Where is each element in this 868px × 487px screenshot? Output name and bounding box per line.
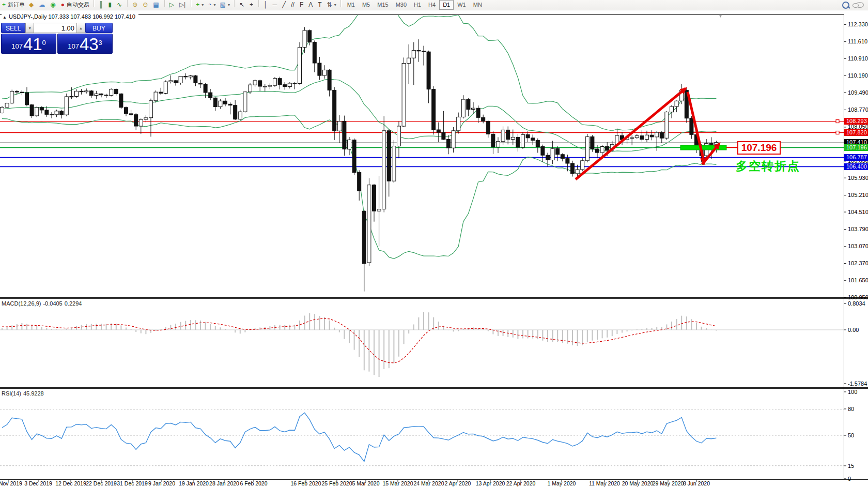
trend-arrow-1[interactable]	[576, 88, 686, 179]
collapse-icon[interactable]: ▲	[3, 15, 7, 20]
periods-button-dropdown[interactable]: ▾	[214, 3, 216, 7]
volume-input[interactable]	[34, 23, 76, 33]
support-highlight-bar[interactable]	[680, 145, 726, 150]
macd-scale-label: 0.8034	[848, 300, 865, 307]
quotes-icon-glyph: ◆	[29, 0, 34, 10]
crosshair-glyph: +	[250, 0, 253, 10]
price-tick-label: 103.070	[848, 243, 868, 249]
hline-handle[interactable]	[836, 131, 839, 134]
date-label: 24 Mar 2020	[414, 480, 444, 486]
date-label: 2 Apr 2020	[445, 480, 471, 486]
channel-glyph: //	[291, 0, 295, 10]
macd-params: MACD(12,26,9)	[2, 300, 41, 307]
sell-price-display[interactable]: 107410	[1, 34, 56, 54]
main-toolbar: +新订单◆☁◉●自动交易║▮∿⊕⊖▦▷▷|+▾◔▾▧▾↖+│─╱//FAT⇅▾ …	[0, 0, 868, 10]
sell-button[interactable]: SELL	[1, 23, 25, 33]
bar-chart-glyph: ║	[99, 0, 103, 10]
timeframe-m1-button[interactable]: M1	[344, 0, 359, 10]
autotrading-button[interactable]: ●自动交易	[59, 0, 91, 10]
search-icon[interactable]	[842, 2, 849, 9]
autotrading-glyph: ●	[61, 0, 65, 10]
timeframe-m5-button[interactable]: M5	[359, 0, 374, 10]
trendline-button[interactable]: ╱	[280, 0, 289, 10]
price-callout-box[interactable]: 107.196	[737, 141, 781, 155]
buy-price-pips: 43	[80, 37, 99, 52]
timeframe-h1-button[interactable]: H1	[410, 0, 425, 10]
indicators-button[interactable]: +▾	[194, 0, 206, 10]
fibonacci-button[interactable]: F	[298, 0, 306, 10]
vertical-line-button[interactable]: │	[261, 0, 271, 10]
community-icon[interactable]: ☁	[37, 0, 48, 10]
price-tick-label: 104.510	[848, 209, 868, 215]
symbol-period-label: USDJPY-,Daily	[9, 13, 47, 20]
timeframe-d1-button[interactable]: D1	[439, 0, 454, 10]
buy-price-display[interactable]: 107433	[57, 34, 113, 54]
price-chip-label: 108.293	[846, 118, 867, 124]
new-order-button[interactable]: +新订单	[0, 0, 27, 10]
rsi-line	[2, 413, 716, 462]
sell-price-pips: 41	[23, 37, 42, 52]
text-button[interactable]: A	[306, 0, 316, 10]
line-chart-button[interactable]: ∿	[115, 0, 125, 10]
indicators-glyph: +	[196, 0, 199, 10]
chart-shift-button[interactable]: ▷|	[177, 0, 189, 10]
channel-button[interactable]: //	[289, 0, 298, 10]
trendline-glyph: ╱	[282, 0, 286, 10]
timeframe-h4-button[interactable]: H4	[425, 0, 439, 10]
tile-windows-button[interactable]: ▦	[151, 0, 162, 10]
hline-handle[interactable]	[836, 120, 839, 123]
rsi-scale-label: 0	[848, 476, 851, 482]
buy-price-point: 3	[99, 35, 102, 51]
date-label: 29 May 2020	[653, 480, 684, 486]
templates-button-dropdown[interactable]: ▾	[228, 3, 230, 7]
label-button[interactable]: T	[316, 0, 324, 10]
volume-increase-button[interactable]: ▲	[76, 23, 85, 33]
candlestick-chart-button[interactable]: ▮	[106, 0, 115, 10]
price-chip-label: 106.400	[846, 163, 867, 170]
autotrading-button-label: 自动交易	[67, 1, 89, 9]
chat-icon[interactable]	[856, 2, 864, 8]
quotes-icon[interactable]: ◆	[27, 0, 37, 10]
buy-button[interactable]: BUY	[85, 23, 113, 33]
crosshair-button[interactable]: +	[247, 0, 256, 10]
arrows-button-dropdown[interactable]: ▾	[334, 3, 336, 7]
toolbar-separator	[164, 0, 165, 7]
indicators-button-dropdown[interactable]: ▾	[202, 3, 204, 7]
horizontal-line-button[interactable]: ─	[270, 0, 280, 10]
timeframe-m30-button[interactable]: M30	[392, 0, 410, 10]
periods-button[interactable]: ◔▾	[206, 0, 218, 10]
candlestick-chart-glyph: ▮	[109, 0, 112, 10]
sell-price-prefix: 107	[11, 41, 23, 52]
auto-scroll-button[interactable]: ▷	[167, 0, 177, 10]
volume-decrease-button[interactable]: ▼	[25, 23, 34, 33]
timeframe-mn-button[interactable]: MN	[470, 0, 486, 10]
timeframe-w1-button[interactable]: W1	[454, 0, 470, 10]
new-order-glyph: +	[2, 0, 6, 10]
signals-icon[interactable]: ◉	[48, 0, 58, 10]
rsi-indicator	[0, 409, 844, 466]
ohlc-readout: 107.333 107.483 106.992 107.410	[49, 13, 135, 20]
turning-point-note[interactable]: 多空转折点	[736, 158, 800, 174]
price-tick-label: 110.910	[848, 55, 868, 62]
zoom-in-button[interactable]: ⊕	[130, 0, 141, 10]
arrows-button[interactable]: ⇅▾	[325, 0, 338, 10]
bar-chart-button[interactable]: ║	[97, 0, 106, 10]
price-chip-label: 107.820	[846, 129, 867, 135]
price-tick-label: 101.650	[848, 277, 868, 283]
date-label: 22 Dec 2019	[86, 480, 117, 486]
timeframe-m15-button[interactable]: M15	[374, 0, 392, 10]
macd-value-1: -0.0405	[43, 300, 62, 307]
zoom-out-button[interactable]: ⊖	[141, 0, 151, 10]
price-axis[interactable]: 112.330111.610110.910110.190109.490108.7…	[844, 21, 868, 482]
chart-canvas[interactable]: 112.330111.610110.910110.190109.490108.7…	[0, 10, 868, 487]
date-label: 22 Apr 2020	[506, 480, 536, 486]
macd-legend: MACD(12,26,9)-0.04050.2294	[2, 300, 86, 307]
cursor-button[interactable]: ↖	[237, 0, 247, 10]
date-label: 12 Dec 2019	[55, 480, 86, 486]
periods-glyph: ◔	[208, 0, 211, 10]
macd-indicator	[0, 312, 844, 377]
price-chip-label: 106.787	[846, 154, 867, 160]
templates-button[interactable]: ▧▾	[218, 0, 232, 10]
time-axis[interactable]: 4 Nov 20193 Dec 201912 Dec 201922 Dec 20…	[0, 480, 710, 486]
date-label: 8 Jun 2020	[683, 480, 710, 486]
